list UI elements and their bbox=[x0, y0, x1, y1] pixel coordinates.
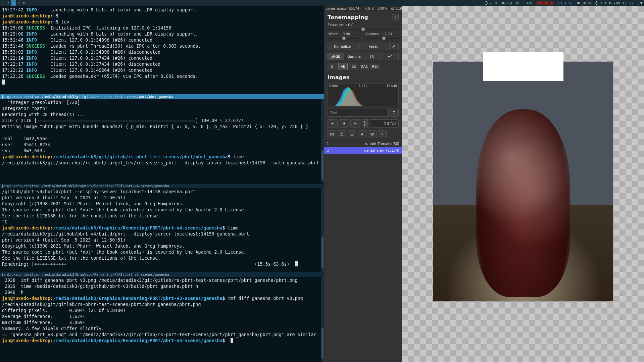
clock-icon bbox=[595, 1, 599, 5]
find-button[interactable] bbox=[390, 109, 399, 117]
volume-status[interactable]: 100% bbox=[575, 0, 593, 6]
svg-point-1 bbox=[486, 3, 487, 3]
keyboard-layout[interactable]: EN bbox=[636, 0, 644, 6]
skip-back-button[interactable] bbox=[339, 119, 349, 127]
svg-rect-4 bbox=[539, 2, 541, 4]
offset-slider[interactable] bbox=[328, 37, 360, 40]
scrollbar[interactable] bbox=[321, 277, 324, 362]
normalize-button[interactable]: Normalize bbox=[328, 43, 357, 50]
cpu-icon bbox=[538, 1, 542, 5]
pane-title: jan@tuxedo-desktop: /media/datadisk3/git… bbox=[0, 94, 324, 99]
clock-text: Tue 05/09 17:22 bbox=[600, 1, 633, 5]
disk-icon bbox=[484, 1, 488, 5]
image-list-item[interactable]: 1 rs_pbrt ThreadId(30) bbox=[324, 140, 402, 147]
watch-button[interactable]: W bbox=[368, 130, 377, 138]
close-icon bbox=[381, 133, 384, 136]
close-image-button[interactable] bbox=[378, 130, 387, 138]
battery-icon bbox=[516, 1, 520, 5]
memory-icon bbox=[558, 1, 562, 5]
reload-icon bbox=[350, 132, 354, 136]
memory-status: 9.72 bbox=[556, 0, 575, 6]
terminal-column: 15:27:42 INFO Launching with 8 bits of c… bbox=[0, 6, 324, 362]
eyedropper-button[interactable] bbox=[389, 43, 399, 50]
help-button[interactable]: ? bbox=[392, 14, 399, 20]
workspace-8[interactable]: 8 bbox=[21, 0, 27, 6]
ganesha-statue bbox=[476, 109, 570, 297]
find-input[interactable] bbox=[328, 109, 389, 117]
disk-usage-text: / 20.36 GB bbox=[490, 1, 512, 5]
colorspace-srgb-button[interactable]: sRGB bbox=[328, 53, 344, 60]
image-list: 1 rs_pbrt ThreadId(30) 2 ganesha.exr (65… bbox=[324, 140, 402, 154]
cpu-status: 100% bbox=[534, 0, 556, 6]
workspace-switcher: 1 2 3 7 8 bbox=[0, 0, 27, 6]
scrollbar[interactable] bbox=[321, 99, 324, 183]
play-button[interactable] bbox=[328, 119, 338, 127]
workspace-7[interactable]: 7 bbox=[16, 0, 21, 6]
offset-label: Offset: +0.00 bbox=[328, 32, 360, 36]
skip-forward-button[interactable] bbox=[350, 119, 360, 127]
error-ae-button[interactable]: AE bbox=[338, 63, 348, 70]
workspace-3[interactable]: 3 bbox=[11, 0, 16, 6]
skip-forward-icon bbox=[354, 122, 357, 125]
svg-rect-5 bbox=[559, 2, 561, 4]
workspace-1[interactable]: 1 bbox=[0, 0, 5, 6]
error-se-button[interactable]: SE bbox=[349, 63, 358, 70]
error-rae-button[interactable]: RAE bbox=[360, 63, 369, 70]
play-icon bbox=[331, 122, 334, 125]
save-button[interactable] bbox=[338, 130, 346, 138]
svg-rect-9 bbox=[341, 133, 342, 134]
colorspace-fc-button[interactable]: FC bbox=[364, 53, 381, 60]
skip-back-icon bbox=[342, 122, 346, 125]
error-e-button[interactable]: E bbox=[328, 63, 337, 70]
tev-viewport[interactable] bbox=[402, 6, 644, 362]
reload-button[interactable] bbox=[348, 130, 356, 138]
gamma-label: Gamma: +2.20 bbox=[366, 32, 399, 36]
fps-spinner[interactable]: ▲▼ bbox=[362, 119, 368, 127]
volume-icon bbox=[577, 1, 581, 5]
image-list-item[interactable]: 2 ganesha.exr (65174) bbox=[324, 147, 402, 154]
exposure-slider[interactable] bbox=[328, 28, 399, 31]
open-button[interactable] bbox=[328, 130, 336, 138]
terminal-pane-2[interactable]: jan@tuxedo-desktop: /media/datadisk3/git… bbox=[0, 94, 324, 183]
disk-usage: / 20.36 GB bbox=[482, 0, 514, 6]
images-heading: Images bbox=[328, 74, 399, 81]
save-icon bbox=[340, 132, 344, 136]
tev-titlebar: ganesha.exr (65174) – R,G,B – 100% – @-1… bbox=[324, 6, 402, 11]
workspace-2[interactable]: 2 bbox=[5, 0, 11, 6]
error-rse-button[interactable]: RSE bbox=[370, 63, 380, 70]
search-icon bbox=[392, 111, 396, 115]
reset-button[interactable]: Reset bbox=[358, 43, 388, 50]
fps-display: 24fps bbox=[369, 119, 399, 127]
pane-title: jan@tuxedo-desktop: /media/datadisk3/Gra… bbox=[0, 184, 324, 188]
svg-rect-2 bbox=[516, 2, 519, 4]
colorspace-gamma-button[interactable]: Gamma bbox=[346, 53, 362, 60]
rendered-image bbox=[433, 62, 613, 301]
folder-icon bbox=[330, 132, 334, 136]
svg-point-8 bbox=[393, 111, 395, 113]
exposure-label: Exposure: +0.0 bbox=[328, 23, 399, 27]
pane-title: jan@tuxedo-desktop: /media/datadisk3/Gra… bbox=[0, 272, 324, 277]
gamma-slider[interactable] bbox=[366, 37, 399, 40]
terminal-pane-4[interactable]: jan@tuxedo-desktop: /media/datadisk3/Gra… bbox=[0, 272, 324, 362]
svg-rect-3 bbox=[519, 3, 519, 3]
battery-status: 3.92% bbox=[514, 0, 534, 6]
cpu-pct: 100% bbox=[536, 1, 554, 5]
tonemapping-heading: Tonemapping bbox=[328, 14, 392, 20]
reload-all-button[interactable]: A bbox=[358, 130, 366, 138]
terminal-pane-3[interactable]: jan@tuxedo-desktop: /media/datadisk3/Gra… bbox=[0, 183, 324, 272]
top-bar: 1 2 3 7 8 / 20.36 GB 3.92% 100% 9.72 bbox=[0, 0, 644, 6]
eyedropper-icon bbox=[392, 44, 396, 48]
tev-sidebar: ganesha.exr (65174) – R,G,B – 100% – @-1… bbox=[324, 6, 402, 362]
memory-value: 9.72 bbox=[563, 1, 573, 5]
histogram: 0.000 1.452 16.040 bbox=[328, 83, 399, 106]
area-light bbox=[483, 52, 563, 81]
terminal-pane-1[interactable]: 15:27:42 INFO Launching with 8 bits of c… bbox=[0, 6, 324, 94]
scrollbar[interactable] bbox=[321, 188, 324, 272]
colorspace-pm-button[interactable]: +/- bbox=[382, 53, 399, 60]
clock: Tue 05/09 17:22 bbox=[593, 0, 635, 6]
battery-pct: 3.92% bbox=[521, 1, 532, 5]
histogram-plot bbox=[328, 84, 398, 106]
tev-window: ganesha.exr (65174) – R,G,B – 100% – @-1… bbox=[324, 6, 644, 362]
volume-pct: 100% bbox=[582, 1, 591, 5]
